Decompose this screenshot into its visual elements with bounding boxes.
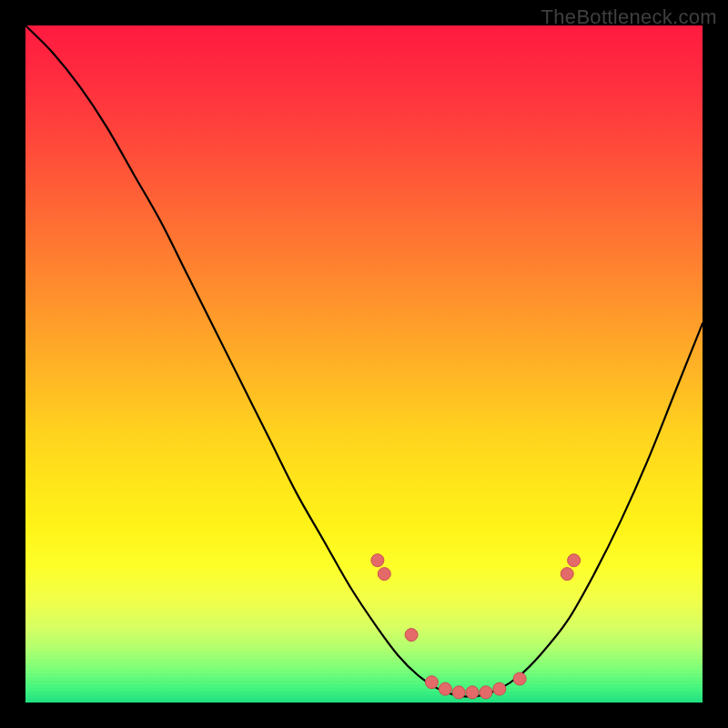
curve-marker xyxy=(513,672,526,685)
curve-layer xyxy=(25,25,703,703)
bottleneck-curve xyxy=(25,25,703,696)
curve-marker xyxy=(371,554,384,567)
curve-marker xyxy=(452,686,465,699)
watermark-text: TheBottleneck.com xyxy=(541,5,717,29)
curve-marker xyxy=(561,568,573,581)
curve-marker xyxy=(493,682,506,695)
curve-marker xyxy=(439,682,451,695)
plot-area xyxy=(25,25,703,703)
curve-marker xyxy=(480,686,492,699)
curve-marker xyxy=(425,676,438,689)
curve-marker xyxy=(466,686,479,699)
curve-marker xyxy=(378,568,390,581)
curve-marker xyxy=(568,554,581,567)
chart-stage: TheBottleneck.com xyxy=(0,0,728,728)
curve-marker xyxy=(405,629,418,642)
marker-group xyxy=(371,554,581,699)
